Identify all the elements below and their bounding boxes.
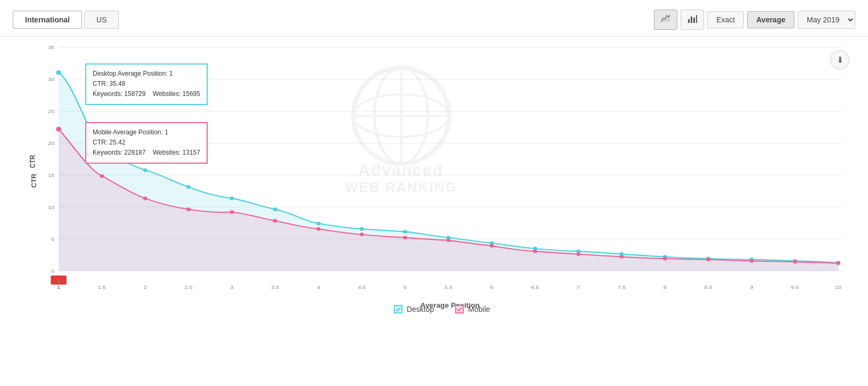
svg-text:8: 8	[664, 285, 667, 290]
svg-text:1: 1	[57, 285, 60, 290]
svg-text:6.5: 6.5	[531, 285, 539, 290]
svg-point-77	[533, 250, 537, 253]
svg-point-69	[186, 207, 191, 211]
svg-text:7: 7	[577, 285, 580, 290]
svg-text:CTR: CTR	[28, 155, 37, 168]
svg-text:3.5: 3.5	[271, 285, 279, 290]
svg-text:9: 9	[750, 285, 753, 290]
svg-point-52	[273, 207, 277, 211]
svg-point-81	[706, 258, 710, 261]
tooltip-desktop-ctr: CTR: 35.48	[93, 79, 200, 89]
svg-text:5: 5	[51, 236, 54, 242]
legend-mobile-checkbox[interactable]	[455, 305, 464, 313]
svg-point-73	[359, 232, 364, 236]
svg-text:9.5: 9.5	[791, 285, 799, 290]
svg-text:0: 0	[51, 268, 54, 274]
svg-text:10: 10	[48, 204, 54, 210]
tooltip-desktop: Desktop Average Position: 1 CTR: 35.48 K…	[85, 63, 208, 105]
legend-mobile-label: Mobile	[468, 305, 490, 313]
svg-text:3: 3	[230, 285, 233, 290]
right-controls: Exact Average May 2019 Apr 2019 Mar 2019	[654, 10, 855, 30]
svg-rect-1	[688, 19, 690, 23]
svg-point-74	[403, 236, 407, 239]
tooltip-mobile-title: Mobile Average Position: 1	[93, 127, 200, 138]
svg-rect-4	[696, 15, 697, 23]
area-chart-icon	[661, 14, 670, 23]
svg-point-50	[186, 185, 191, 189]
svg-point-83	[793, 260, 797, 264]
svg-rect-2	[691, 17, 692, 23]
top-bar: International US Exact Average May 2019 …	[0, 0, 868, 37]
svg-text:2: 2	[144, 285, 147, 290]
download-button[interactable]: ⬇	[830, 50, 849, 69]
svg-point-53	[316, 222, 321, 226]
legend-desktop-label: Desktop	[407, 305, 434, 313]
svg-point-51	[230, 197, 234, 200]
tooltip-mobile-ctr: CTR: 25.42	[93, 138, 200, 148]
area-chart-btn[interactable]	[654, 10, 677, 30]
legend-desktop: Desktop	[394, 305, 434, 313]
svg-text:4.5: 4.5	[358, 285, 366, 290]
svg-text:8.5: 8.5	[705, 285, 713, 290]
svg-text:1: 1	[57, 278, 60, 283]
svg-point-84	[836, 261, 840, 265]
svg-point-54	[359, 227, 364, 231]
tooltip-desktop-title: Desktop Average Position: 1	[93, 69, 200, 79]
svg-text:25: 25	[48, 109, 54, 114]
svg-point-71	[273, 219, 277, 223]
svg-text:1.5: 1.5	[98, 285, 106, 290]
svg-point-67	[100, 174, 104, 178]
tab-international[interactable]: International	[13, 11, 82, 29]
svg-text:35: 35	[48, 45, 54, 50]
svg-point-70	[230, 210, 234, 214]
bar-chart-btn[interactable]	[681, 10, 704, 30]
tooltip-mobile: Mobile Average Position: 1 CTR: 25.42 Ke…	[85, 122, 208, 164]
svg-text:30: 30	[48, 77, 54, 82]
svg-text:5.5: 5.5	[445, 285, 453, 290]
svg-point-82	[750, 259, 754, 263]
tooltip-desktop-keywords: Keywords: 158729 Websites: 15695	[93, 89, 200, 99]
svg-point-68	[143, 197, 148, 200]
tooltip-mobile-keywords: Keywords: 228187 Websites: 13157	[93, 148, 200, 158]
svg-rect-3	[693, 18, 695, 23]
exact-btn[interactable]: Exact	[707, 11, 744, 28]
svg-text:5: 5	[404, 285, 407, 290]
svg-point-66	[56, 127, 61, 132]
date-select[interactable]: May 2019 Apr 2019 Mar 2019	[798, 11, 855, 29]
svg-text:15: 15	[48, 173, 54, 178]
bar-chart-icon	[687, 14, 697, 23]
y-axis-label: CTR	[30, 174, 38, 188]
svg-text:6: 6	[490, 285, 493, 290]
svg-point-75	[446, 238, 451, 242]
svg-text:10: 10	[835, 285, 841, 290]
svg-point-47	[56, 70, 61, 75]
svg-text:4: 4	[317, 285, 320, 290]
svg-point-49	[143, 168, 148, 172]
chart-legend: Desktop Mobile	[394, 305, 490, 313]
svg-point-79	[620, 255, 624, 259]
svg-text:2.5: 2.5	[185, 285, 193, 290]
svg-text:7.5: 7.5	[618, 285, 626, 290]
svg-point-78	[576, 252, 580, 256]
chart-container: ⬇ CTR Advanced WEB RANKING	[0, 37, 868, 361]
legend-desktop-checkbox[interactable]	[394, 305, 403, 313]
legend-mobile: Mobile	[455, 305, 490, 313]
chart-area: CTR Advanced WEB RANKING	[32, 47, 852, 319]
svg-text:20: 20	[48, 141, 54, 146]
svg-point-80	[663, 257, 667, 261]
svg-point-55	[403, 230, 407, 234]
svg-point-76	[489, 244, 494, 248]
svg-point-72	[316, 227, 321, 231]
region-tabs: International US	[13, 11, 119, 29]
tab-us[interactable]: US	[84, 11, 119, 29]
average-btn[interactable]: Average	[747, 11, 795, 28]
